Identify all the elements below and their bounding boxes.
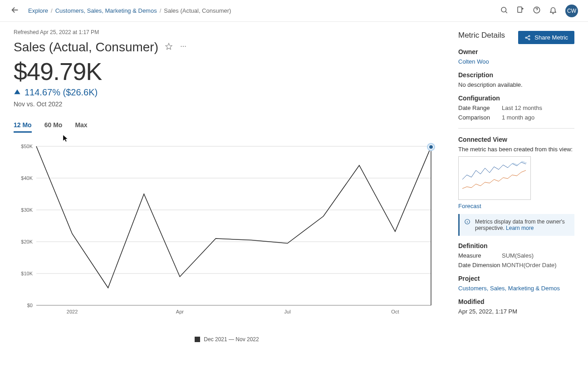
owner-link[interactable]: Colten Woo	[458, 58, 574, 65]
back-arrow-icon[interactable]	[10, 5, 20, 17]
owner-heading: Owner	[458, 48, 574, 55]
legend-label: Dec 2021 — Nov 2022	[204, 336, 259, 343]
svg-point-0	[501, 7, 506, 12]
svg-text:$20K: $20K	[21, 239, 33, 244]
new-item-icon[interactable]	[516, 6, 524, 16]
svg-point-7	[183, 46, 184, 47]
definition-heading: Definition	[458, 242, 574, 249]
notifications-icon[interactable]	[549, 6, 557, 16]
date-range-key: Date Range	[458, 104, 502, 111]
connected-heading: Connected View	[458, 136, 574, 143]
breadcrumb-current: Sales (Actual, Consumer)	[164, 7, 231, 14]
info-callout: Metrics display data from the owner's pe…	[458, 214, 574, 236]
metric-chart[interactable]: $0$10K$20K$30K$40K$50K2022AprJulOct	[14, 142, 440, 333]
connected-view-thumbnail[interactable]	[458, 156, 531, 200]
metric-value: $49.79K	[14, 57, 440, 85]
svg-text:$0: $0	[27, 303, 33, 308]
svg-text:$10K: $10K	[21, 271, 33, 276]
breadcrumb: Explore / Customers, Sales, Marketing & …	[28, 7, 231, 14]
divider	[458, 128, 574, 129]
connected-view-link[interactable]: Forecast	[458, 203, 574, 209]
breadcrumb-sep: /	[51, 7, 53, 14]
compare-label: Nov vs. Oct 2022	[14, 100, 440, 108]
svg-rect-1	[518, 7, 522, 12]
modified-heading: Modified	[458, 298, 574, 305]
breadcrumb-sep: /	[160, 7, 162, 14]
breadcrumb-explore[interactable]: Explore	[28, 7, 48, 14]
svg-text:2022: 2022	[67, 309, 78, 314]
description-heading: Description	[458, 71, 574, 79]
date-range-val: Last 12 months	[502, 104, 542, 111]
more-actions-icon[interactable]	[179, 42, 187, 52]
page-title: Sales (Actual, Consumer)	[14, 40, 158, 55]
info-icon	[464, 219, 470, 231]
svg-point-6	[181, 46, 181, 47]
svg-text:Jul: Jul	[284, 309, 291, 314]
learn-more-link[interactable]: Learn more	[506, 225, 534, 231]
svg-text:$50K: $50K	[21, 144, 33, 149]
help-icon[interactable]	[533, 6, 541, 16]
refreshed-timestamp: Refreshed Apr 25, 2022 at 1:17 PM	[14, 29, 440, 35]
modified-value: Apr 25, 2022, 1:17 PM	[458, 308, 574, 315]
share-metric-label: Share Metric	[534, 34, 568, 41]
svg-point-28	[429, 144, 433, 149]
tab-12mo[interactable]: 12 Mo	[14, 121, 32, 133]
tab-60mo[interactable]: 60 Mo	[44, 121, 63, 133]
chart-legend: Dec 2021 — Nov 2022	[14, 336, 440, 343]
comparison-val: 1 month ago	[502, 114, 534, 121]
measure-val: SUM(Sales)	[502, 252, 534, 259]
config-heading: Configuration	[458, 94, 574, 102]
share-icon	[524, 35, 531, 41]
comparison-key: Comparison	[458, 114, 502, 121]
avatar[interactable]: CW	[565, 5, 578, 17]
metric-change: 114.67% ($26.6K)	[24, 87, 98, 98]
date-dim-key: Date Dimension	[458, 262, 502, 269]
connected-desc: The metric has been created from this vi…	[458, 146, 574, 153]
svg-text:Apr: Apr	[176, 309, 184, 314]
range-tabs: 12 Mo 60 Mo Max	[14, 121, 440, 133]
project-link[interactable]: Customers, Sales, Marketing & Demos	[458, 285, 574, 292]
measure-key: Measure	[458, 252, 502, 259]
favorite-star-icon[interactable]	[165, 42, 173, 52]
tab-max[interactable]: Max	[75, 121, 87, 133]
svg-text:$30K: $30K	[21, 207, 33, 213]
breadcrumb-parent[interactable]: Customers, Sales, Marketing & Demos	[55, 7, 157, 14]
svg-text:$40K: $40K	[21, 175, 33, 181]
description-value: No description available.	[458, 81, 574, 88]
svg-text:Oct: Oct	[391, 309, 399, 314]
trend-up-icon	[14, 88, 21, 97]
info-callout-text: Metrics display data from the owner's pe…	[475, 219, 570, 231]
date-dim-val: MONTH(Order Date)	[502, 262, 557, 269]
project-heading: Project	[458, 275, 574, 282]
search-icon[interactable]	[500, 6, 508, 16]
share-metric-button[interactable]: Share Metric	[518, 31, 574, 44]
legend-swatch	[195, 337, 200, 342]
svg-point-8	[185, 46, 186, 47]
